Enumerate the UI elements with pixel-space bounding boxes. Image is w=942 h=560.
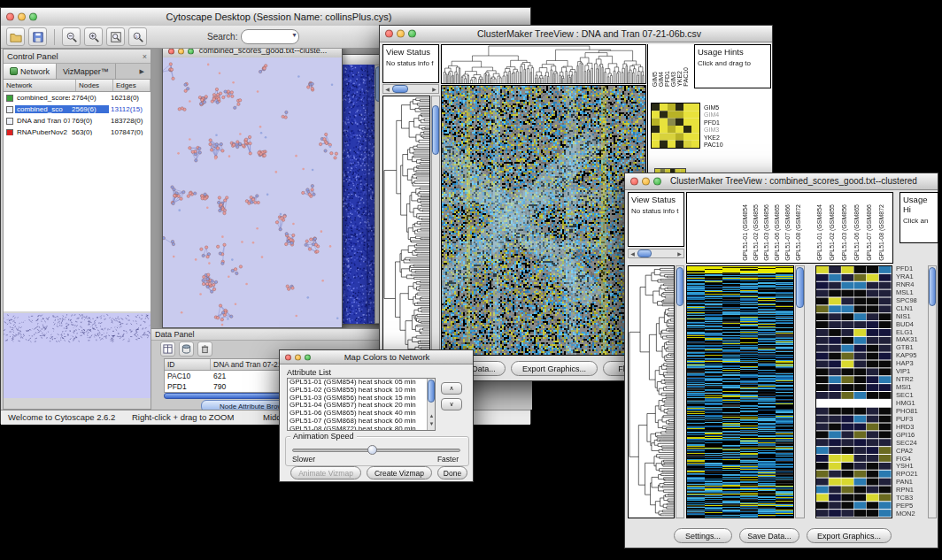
heatmap-canvas-dna[interactable]	[442, 86, 645, 355]
trash-icon[interactable]	[197, 341, 212, 357]
scroll-up-icon[interactable]: ▲	[428, 412, 435, 420]
gene-label[interactable]: PEP5	[894, 502, 927, 510]
animation-speed-slider[interactable]	[292, 449, 460, 452]
gene-label[interactable]: BUD4	[894, 321, 927, 329]
done-button[interactable]: Done	[437, 466, 467, 479]
gene-label[interactable]: HRD3	[894, 424, 927, 432]
column-header[interactable]: Nodes	[76, 80, 113, 91]
combined-dendro-vscrollbar[interactable]	[676, 265, 684, 518]
attribute-listbox[interactable]: GPL51-01 (GSM854) heat shock 05 minGPL51…	[287, 378, 436, 431]
network-list-item[interactable]: combined_scores2764(0)16218(0)	[4, 92, 151, 104]
column-header[interactable]: Edges	[113, 80, 151, 91]
birdseye-view-canvas[interactable]	[4, 313, 151, 398]
save-icon[interactable]	[28, 27, 47, 46]
gene-label[interactable]: PFD1	[894, 265, 927, 273]
minimize-button[interactable]	[397, 30, 405, 38]
main-titlebar[interactable]: Cytoscape Desktop (Session Name: collins…	[1, 8, 530, 27]
close-button[interactable]	[285, 354, 291, 360]
gene-label[interactable]: YRA1	[894, 273, 927, 281]
move-up-button[interactable]: ∧	[441, 382, 462, 395]
dna-dendro-vscrollbar[interactable]	[431, 96, 440, 356]
gene-label[interactable]: PHO81	[894, 408, 927, 416]
animate-vizmap-button[interactable]: Animate Vizmap	[290, 466, 361, 479]
scroll-left-icon[interactable]: ◀	[629, 250, 637, 258]
save-data-button[interactable]: Save Data...	[739, 528, 799, 543]
gene-label[interactable]: YSH1	[894, 463, 927, 471]
close-button[interactable]	[168, 49, 174, 54]
export-graphics-button[interactable]: Export Graphics...	[807, 528, 892, 543]
gene-label[interactable]: CPA2	[894, 448, 927, 456]
table-grid-icon[interactable]	[179, 341, 194, 357]
tab-overflow-arrow[interactable]: ▶	[134, 64, 151, 79]
close-button[interactable]	[630, 178, 638, 186]
gene-label[interactable]: KAP95	[894, 352, 927, 360]
attribute-list-item[interactable]: GPL51-08 (GSM872) heat shock 80 min	[288, 426, 435, 431]
network-canvas[interactable]	[163, 58, 342, 327]
dialog-titlebar[interactable]: Map Colors to Network	[280, 350, 473, 364]
tab-vizmapper[interactable]: VizMapper™	[57, 64, 116, 79]
dna-hscrollbar[interactable]: ◀ ▶	[382, 84, 439, 94]
scroll-left-icon[interactable]: ◀	[383, 86, 391, 94]
gene-list-vscrollbar[interactable]	[928, 265, 937, 518]
panel-close-icon[interactable]: ×	[143, 52, 147, 61]
scroll-right-icon[interactable]: ▶	[430, 86, 438, 94]
minimize-button[interactable]	[178, 49, 184, 54]
gene-label[interactable]: HMG1	[894, 400, 927, 408]
minimize-button[interactable]	[18, 13, 26, 21]
row-dendrogram-canvas-dna[interactable]	[383, 96, 429, 355]
gene-label[interactable]: PUF3	[894, 416, 927, 424]
create-vizmap-button[interactable]: Create Vizmap	[367, 466, 432, 479]
attribute-select-icon[interactable]	[160, 341, 175, 357]
gene-label[interactable]: SPC98	[894, 297, 927, 305]
combined-hscrollbar[interactable]: ◀ ▶	[628, 249, 684, 258]
combined-titlebar[interactable]: ClusterMaker TreeView : combined_scores_…	[625, 173, 938, 190]
column-header[interactable]: ID	[165, 359, 211, 370]
gene-label[interactable]: GPI16	[894, 432, 927, 440]
gene-label[interactable]: CLN1	[894, 305, 927, 313]
close-button[interactable]	[6, 13, 14, 21]
dna-titlebar[interactable]: ClusterMaker TreeView : DNA and Tran 07-…	[380, 26, 772, 42]
gene-label[interactable]: SEC24	[894, 440, 927, 448]
gene-label[interactable]: MON2	[894, 510, 927, 518]
gene-label[interactable]: SEC1	[894, 392, 927, 400]
gene-label[interactable]: NIS1	[894, 313, 927, 321]
gene-label[interactable]: ELG1	[894, 329, 927, 337]
gene-label[interactable]: MSL1	[894, 289, 927, 297]
gene-label[interactable]: HAP3	[894, 360, 927, 368]
tab-network[interactable]: Network	[4, 64, 57, 79]
network-list-item[interactable]: combined_sco2569(6)13112(15)	[4, 104, 151, 115]
gene-label[interactable]: MSI1	[894, 384, 927, 392]
gene-label[interactable]: RNR4	[894, 281, 927, 289]
zoom-fit-icon[interactable]	[106, 27, 125, 46]
minimize-button[interactable]	[295, 354, 301, 360]
gene-label[interactable]: VIP1	[894, 368, 927, 376]
scroll-right-icon[interactable]: ▶	[676, 250, 683, 258]
gene-label[interactable]: FIG4	[894, 456, 927, 464]
network-list-item[interactable]: DNA and Tran 07769(0)183728(0)	[4, 115, 151, 127]
close-button[interactable]	[385, 30, 393, 38]
network-view-window[interactable]: combined_scores_good.txt--cluste...	[162, 49, 343, 328]
open-folder-icon[interactable]	[6, 27, 25, 46]
export-graphics-button[interactable]: Export Graphics...	[511, 361, 598, 376]
search-input[interactable]: ▾	[241, 29, 299, 44]
zoom-out-icon[interactable]	[62, 27, 81, 46]
gene-label[interactable]: PAN1	[894, 479, 927, 487]
heatmap-canvas-combined[interactable]	[687, 266, 793, 518]
attribute-list-vscrollbar[interactable]: ▲ ▼	[427, 379, 435, 430]
move-down-button[interactable]: ∨	[441, 398, 462, 410]
zoom-actual-icon[interactable]: 1:1	[128, 27, 147, 46]
row-dendrogram-canvas-combined[interactable]	[629, 266, 674, 518]
column-dendrogram-canvas-dna[interactable]	[442, 45, 645, 83]
column-header[interactable]: Network	[4, 80, 76, 91]
zoom-in-icon[interactable]	[84, 27, 103, 46]
detail-heatmap-canvas[interactable]	[816, 266, 892, 518]
gene-label[interactable]: RPO21	[894, 471, 927, 479]
gene-label[interactable]: RPN1	[894, 487, 927, 495]
minimize-button[interactable]	[642, 178, 650, 186]
combined-heatmap-vscrollbar[interactable]	[795, 265, 805, 518]
scroll-down-icon[interactable]: ▼	[428, 420, 435, 428]
gene-label[interactable]: TCB3	[894, 495, 927, 502]
gene-label[interactable]: GTB1	[894, 344, 927, 352]
gene-label[interactable]: NTR2	[894, 376, 927, 384]
gene-label[interactable]: MAK31	[894, 336, 927, 344]
